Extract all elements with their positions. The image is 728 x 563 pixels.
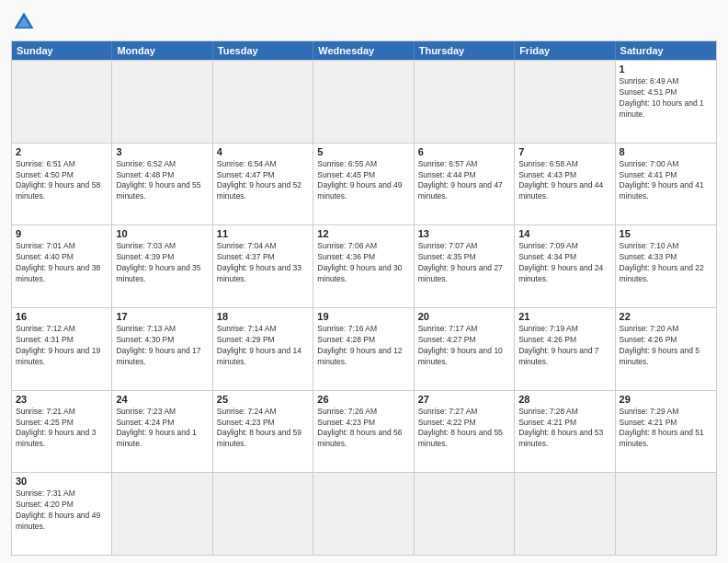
calendar: SundayMondayTuesdayWednesdayThursdayFrid… <box>11 40 717 556</box>
cal-cell: 8Sunrise: 7:00 AMSunset: 4:41 PMDaylight… <box>616 144 716 225</box>
day-number: 26 <box>317 394 409 405</box>
day-info: Sunrise: 7:13 AMSunset: 4:30 PMDaylight:… <box>116 324 208 368</box>
cal-cell <box>12 61 112 143</box>
day-info: Sunrise: 7:12 AMSunset: 4:31 PMDaylight:… <box>16 324 108 368</box>
calendar-body: 1Sunrise: 6:49 AMSunset: 4:51 PMDaylight… <box>12 60 716 555</box>
day-number: 4 <box>217 146 309 157</box>
cal-week-2: 9Sunrise: 7:01 AMSunset: 4:40 PMDaylight… <box>12 224 716 307</box>
day-number: 18 <box>217 311 309 322</box>
cal-cell: 12Sunrise: 7:06 AMSunset: 4:36 PMDayligh… <box>313 225 414 307</box>
day-info: Sunrise: 7:29 AMSunset: 4:21 PMDaylight:… <box>620 407 712 451</box>
cal-cell <box>415 61 515 143</box>
day-info: Sunrise: 7:23 AMSunset: 4:24 PMDaylight:… <box>116 407 208 451</box>
calendar-header-row: SundayMondayTuesdayWednesdayThursdayFrid… <box>12 41 716 60</box>
cal-header-thursday: Thursday <box>415 41 515 60</box>
cal-cell: 26Sunrise: 7:26 AMSunset: 4:23 PMDayligh… <box>313 391 414 473</box>
cal-week-1: 2Sunrise: 6:51 AMSunset: 4:50 PMDaylight… <box>12 143 716 225</box>
day-info: Sunrise: 7:01 AMSunset: 4:40 PMDaylight:… <box>16 241 108 285</box>
day-info: Sunrise: 7:20 AMSunset: 4:26 PMDaylight:… <box>620 324 712 368</box>
calendar-page: SundayMondayTuesdayWednesdayThursdayFrid… <box>0 0 728 563</box>
day-number: 15 <box>620 228 712 239</box>
header <box>11 9 717 35</box>
cal-cell: 15Sunrise: 7:10 AMSunset: 4:33 PMDayligh… <box>616 225 716 307</box>
cal-header-wednesday: Wednesday <box>313 41 414 60</box>
day-info: Sunrise: 7:24 AMSunset: 4:23 PMDaylight:… <box>217 407 309 451</box>
cal-cell: 19Sunrise: 7:16 AMSunset: 4:28 PMDayligh… <box>313 308 414 390</box>
day-info: Sunrise: 7:31 AMSunset: 4:20 PMDaylight:… <box>16 488 108 533</box>
day-info: Sunrise: 7:26 AMSunset: 4:23 PMDaylight:… <box>317 407 409 451</box>
day-info: Sunrise: 7:04 AMSunset: 4:37 PMDaylight:… <box>217 241 309 285</box>
cal-cell <box>313 61 414 143</box>
day-number: 25 <box>217 394 309 405</box>
day-info: Sunrise: 7:06 AMSunset: 4:36 PMDaylight:… <box>317 241 409 285</box>
cal-header-saturday: Saturday <box>616 41 716 60</box>
day-number: 30 <box>16 476 108 487</box>
day-number: 8 <box>620 146 712 157</box>
cal-cell: 4Sunrise: 6:54 AMSunset: 4:47 PMDaylight… <box>213 144 313 225</box>
cal-cell <box>515 61 615 143</box>
cal-header-tuesday: Tuesday <box>213 41 313 60</box>
cal-cell: 1Sunrise: 6:49 AMSunset: 4:51 PMDaylight… <box>616 61 716 143</box>
cal-cell: 10Sunrise: 7:03 AMSunset: 4:39 PMDayligh… <box>112 225 212 307</box>
day-number: 19 <box>317 311 409 322</box>
day-number: 7 <box>518 146 610 157</box>
cal-cell: 29Sunrise: 7:29 AMSunset: 4:21 PMDayligh… <box>616 391 716 473</box>
day-number: 22 <box>620 311 712 322</box>
cal-week-5: 30Sunrise: 7:31 AMSunset: 4:20 PMDayligh… <box>12 472 716 555</box>
day-number: 29 <box>620 394 712 405</box>
day-info: Sunrise: 7:17 AMSunset: 4:27 PMDaylight:… <box>418 324 510 368</box>
day-number: 20 <box>418 311 510 322</box>
cal-cell: 23Sunrise: 7:21 AMSunset: 4:25 PMDayligh… <box>12 391 112 473</box>
cal-cell: 14Sunrise: 7:09 AMSunset: 4:34 PMDayligh… <box>515 225 615 307</box>
day-number: 6 <box>418 146 510 157</box>
cal-cell <box>616 473 716 555</box>
day-info: Sunrise: 7:21 AMSunset: 4:25 PMDaylight:… <box>16 407 108 451</box>
cal-cell: 30Sunrise: 7:31 AMSunset: 4:20 PMDayligh… <box>12 473 112 555</box>
day-info: Sunrise: 6:58 AMSunset: 4:43 PMDaylight:… <box>518 159 610 203</box>
day-info: Sunrise: 6:51 AMSunset: 4:50 PMDaylight:… <box>16 159 108 203</box>
day-number: 27 <box>418 394 510 405</box>
day-info: Sunrise: 7:19 AMSunset: 4:26 PMDaylight:… <box>518 324 610 368</box>
day-info: Sunrise: 6:55 AMSunset: 4:45 PMDaylight:… <box>317 159 409 203</box>
cal-cell: 7Sunrise: 6:58 AMSunset: 4:43 PMDaylight… <box>515 144 615 225</box>
cal-header-monday: Monday <box>112 41 212 60</box>
day-info: Sunrise: 6:57 AMSunset: 4:44 PMDaylight:… <box>418 159 510 203</box>
day-info: Sunrise: 7:09 AMSunset: 4:34 PMDaylight:… <box>518 241 610 285</box>
cal-cell: 25Sunrise: 7:24 AMSunset: 4:23 PMDayligh… <box>213 391 313 473</box>
day-number: 21 <box>518 311 610 322</box>
day-number: 17 <box>116 311 208 322</box>
cal-cell: 17Sunrise: 7:13 AMSunset: 4:30 PMDayligh… <box>112 308 212 390</box>
cal-week-4: 23Sunrise: 7:21 AMSunset: 4:25 PMDayligh… <box>12 390 716 473</box>
cal-cell: 5Sunrise: 6:55 AMSunset: 4:45 PMDaylight… <box>313 144 414 225</box>
day-number: 14 <box>518 228 610 239</box>
cal-cell: 9Sunrise: 7:01 AMSunset: 4:40 PMDaylight… <box>12 225 112 307</box>
cal-cell <box>415 473 515 555</box>
day-info: Sunrise: 7:14 AMSunset: 4:29 PMDaylight:… <box>217 324 309 368</box>
cal-header-friday: Friday <box>515 41 615 60</box>
cal-cell <box>213 473 313 555</box>
day-info: Sunrise: 6:54 AMSunset: 4:47 PMDaylight:… <box>217 159 309 203</box>
day-number: 1 <box>620 63 712 75</box>
day-info: Sunrise: 7:07 AMSunset: 4:35 PMDaylight:… <box>418 241 510 285</box>
cal-cell: 13Sunrise: 7:07 AMSunset: 4:35 PMDayligh… <box>415 225 515 307</box>
cal-cell <box>515 473 615 555</box>
cal-cell <box>112 61 212 143</box>
day-number: 23 <box>16 394 108 405</box>
day-number: 24 <box>116 394 208 405</box>
day-info: Sunrise: 7:03 AMSunset: 4:39 PMDaylight:… <box>116 241 208 285</box>
day-number: 12 <box>317 228 409 239</box>
cal-cell: 28Sunrise: 7:28 AMSunset: 4:21 PMDayligh… <box>515 391 615 473</box>
day-info: Sunrise: 7:27 AMSunset: 4:22 PMDaylight:… <box>418 407 510 451</box>
cal-cell: 22Sunrise: 7:20 AMSunset: 4:26 PMDayligh… <box>616 308 716 390</box>
cal-cell: 3Sunrise: 6:52 AMSunset: 4:48 PMDaylight… <box>112 144 212 225</box>
day-number: 10 <box>116 228 208 239</box>
day-info: Sunrise: 7:16 AMSunset: 4:28 PMDaylight:… <box>317 324 409 368</box>
logo-icon <box>11 9 37 35</box>
day-number: 2 <box>16 146 108 157</box>
day-info: Sunrise: 7:10 AMSunset: 4:33 PMDaylight:… <box>620 241 712 285</box>
cal-cell: 24Sunrise: 7:23 AMSunset: 4:24 PMDayligh… <box>112 391 212 473</box>
day-number: 13 <box>418 228 510 239</box>
day-number: 11 <box>217 228 309 239</box>
day-number: 28 <box>518 394 610 405</box>
logo <box>11 9 40 35</box>
